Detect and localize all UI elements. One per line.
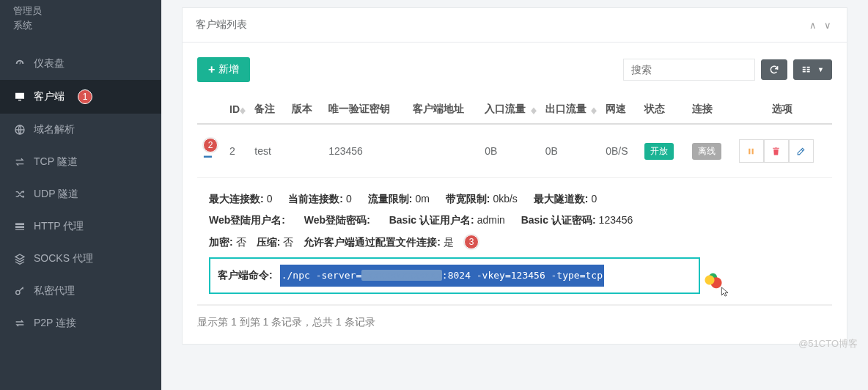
sidebar-item-domain[interactable]: 域名解析 <box>0 114 161 146</box>
enc-value: 否 <box>236 236 246 248</box>
svg-rect-1 <box>15 223 24 225</box>
toolbar: + 新增 ▼ <box>197 57 832 82</box>
add-button-label: 新增 <box>218 63 239 76</box>
shuffle-icon <box>13 188 26 201</box>
cell-out: 0B <box>540 124 600 178</box>
sidebar-item-private[interactable]: 私密代理 <box>0 275 161 307</box>
expand-icon[interactable]: − <box>203 147 213 166</box>
col-options[interactable]: 选项 <box>733 95 832 124</box>
col-remark[interactable]: 备注 <box>249 95 285 124</box>
zip-label: 压缩: <box>257 236 281 248</box>
col-out[interactable]: 出口流量 <box>540 95 600 124</box>
max-conn-value: 0 <box>267 193 273 205</box>
svg-rect-9 <box>807 69 810 70</box>
web-pass-label: Web登陆密码: <box>304 214 370 226</box>
layers-icon <box>13 252 26 265</box>
sidebar-item-udp[interactable]: UDP 隧道 <box>0 178 161 210</box>
clients-table: ID 备注 版本 唯一验证密钥 客户端地址 入口流量 出口流量 网速 状态 连接… <box>197 95 832 306</box>
basic-user-label: Basic 认证用户名: <box>389 214 474 226</box>
row-options <box>739 139 814 163</box>
sidebar-item-label: TCP 隧道 <box>34 155 78 169</box>
watermark: @51CTO博客 <box>798 337 858 350</box>
bw-limit-value: 0kb/s <box>493 193 517 205</box>
cell-addr <box>407 124 479 178</box>
profile-role: 管理员 <box>13 4 148 18</box>
main-content: 客户端列表 ∧ ∨ + 新增 ▼ <box>161 0 868 390</box>
cmd-text[interactable]: ./npc -server=xxxxxxxxxxxxxx:8024 -vkey=… <box>280 265 604 286</box>
cell-vkey: 123456 <box>323 124 407 178</box>
sidebar-item-p2p[interactable]: P2P 连接 <box>0 307 161 339</box>
col-in[interactable]: 入口流量 <box>479 95 539 124</box>
search-input[interactable] <box>623 59 755 81</box>
edit-button[interactable] <box>789 139 814 163</box>
sidebar-item-label: SOCKS 代理 <box>34 252 93 265</box>
cur-conn-label: 当前连接数: <box>288 193 343 205</box>
flow-limit-label: 流量限制: <box>368 193 413 205</box>
conn-badge: 离线 <box>692 143 721 160</box>
col-version[interactable]: 版本 <box>286 95 323 124</box>
zip-value: 否 <box>283 236 293 248</box>
column-toggle-button[interactable]: ▼ <box>793 59 832 80</box>
panel-collapse-icon[interactable]: ∧ ∨ <box>809 20 834 31</box>
col-speed[interactable]: 网速 <box>600 95 639 124</box>
key-icon <box>13 284 26 298</box>
sidebar-item-label: 仪表盘 <box>34 57 65 70</box>
basic-user-value: admin <box>477 214 505 226</box>
sidebar-item-socks[interactable]: SOCKS 代理 <box>0 243 161 275</box>
col-id[interactable]: ID <box>224 95 249 124</box>
sidebar-item-label: 客户端 <box>34 90 65 103</box>
panel-header: 客户端列表 ∧ ∨ <box>183 8 847 43</box>
caret-down-icon: ▼ <box>817 66 824 73</box>
exchange-icon <box>13 317 26 330</box>
profile-mode: 系统 <box>13 18 148 33</box>
pause-button[interactable] <box>739 139 764 163</box>
pause-icon <box>746 147 756 156</box>
col-vkey[interactable]: 唯一验证密钥 <box>323 95 407 124</box>
swap-icon <box>13 155 26 169</box>
pagination-info: 显示第 1 到第 1 条记录，总共 1 条记录 <box>197 316 832 329</box>
sidebar-item-clients[interactable]: 客户端 1 <box>0 80 161 114</box>
cfg-value: 是 <box>444 236 454 248</box>
sidebar-item-label: HTTP 代理 <box>34 220 84 233</box>
cmd-host-redacted: xxxxxxxxxxxxxx <box>361 270 442 281</box>
svg-rect-6 <box>803 69 806 70</box>
fruit-decoration-icon <box>703 273 725 291</box>
bw-limit-label: 带宽限制: <box>446 193 490 205</box>
row-details: 最大连接数:0 当前连接数:0 流量限制:0m 带宽限制:0kb/s 最大隧道数… <box>197 178 832 305</box>
svg-rect-10 <box>807 71 810 73</box>
sidebar-item-http[interactable]: HTTP 代理 <box>0 210 161 243</box>
col-status[interactable]: 状态 <box>639 95 685 124</box>
web-user-label: Web登陆用户名: <box>209 214 285 226</box>
cell-in: 0B <box>479 124 539 178</box>
svg-rect-12 <box>752 148 754 154</box>
panel-title: 客户端列表 <box>196 18 247 32</box>
sidebar-item-label: UDP 隧道 <box>34 188 78 201</box>
basic-pass-value: 123456 <box>599 214 633 226</box>
col-conn[interactable]: 连接 <box>686 95 733 124</box>
edit-icon <box>796 147 806 156</box>
columns-icon <box>801 65 812 75</box>
refresh-button[interactable] <box>761 59 787 80</box>
delete-button[interactable] <box>764 139 789 163</box>
cell-id: 2 <box>224 124 249 178</box>
refresh-icon <box>769 65 779 75</box>
svg-rect-3 <box>15 229 24 229</box>
sidebar-item-dashboard[interactable]: 仪表盘 <box>0 48 161 80</box>
cell-remark: test <box>249 124 285 178</box>
marker-badge-3: 3 <box>464 235 479 249</box>
sidebar: 管理员 系统 仪表盘 客户端 1 域名解析 TCP 隧道 <box>0 0 161 390</box>
svg-rect-8 <box>807 67 810 68</box>
globe-icon <box>13 123 26 136</box>
col-addr[interactable]: 客户端地址 <box>407 95 479 124</box>
add-button[interactable]: + 新增 <box>197 57 250 82</box>
cur-conn-value: 0 <box>346 193 352 205</box>
sidebar-item-tcp[interactable]: TCP 隧道 <box>0 146 161 178</box>
basic-pass-label: Basic 认证密码: <box>521 214 596 226</box>
profile-block: 管理员 系统 <box>0 0 161 44</box>
table-row[interactable]: 2 − 2 test 123456 0B 0B 0B/S 开放 <box>197 124 832 178</box>
sidebar-item-label: 私密代理 <box>34 284 75 298</box>
cmd-label: 客户端命令: <box>218 265 273 286</box>
enc-label: 加密: <box>209 236 233 248</box>
svg-rect-7 <box>803 71 806 73</box>
max-conn-label: 最大连接数: <box>209 193 264 205</box>
